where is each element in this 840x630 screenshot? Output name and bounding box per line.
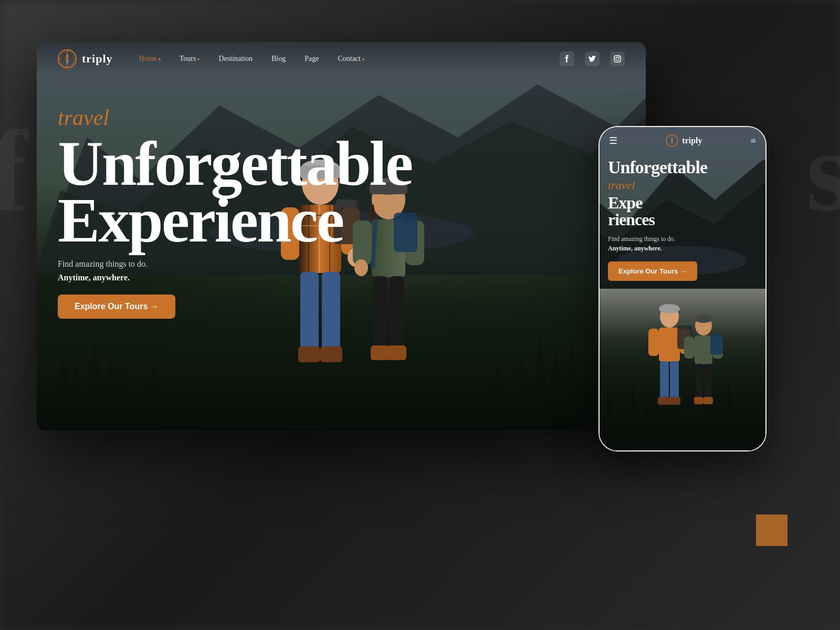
svg-point-55 xyxy=(66,58,68,60)
mobile-logo-text: triply xyxy=(682,136,702,145)
mobile-mockup: ☰ triply ≡ Unforgettable travel Experien… xyxy=(598,126,766,452)
desktop-sub-line2: Anytime, anywhere. xyxy=(58,273,130,282)
mobile-logo-icon xyxy=(666,134,678,147)
mobile-logo[interactable]: triply xyxy=(666,134,702,147)
mobile-sub-line1: Find amazing things to do. xyxy=(608,235,675,243)
svg-rect-82 xyxy=(660,361,669,401)
svg-rect-85 xyxy=(669,397,680,405)
nav-link-home[interactable]: Home xyxy=(139,55,161,63)
svg-rect-92 xyxy=(696,364,703,401)
svg-rect-89 xyxy=(695,335,712,364)
svg-rect-95 xyxy=(704,397,713,404)
desktop-navbar: triply Home Tours Destination Blog Page … xyxy=(37,42,646,76)
nav-dot-tours xyxy=(197,58,200,60)
nav-link-page[interactable]: Page xyxy=(304,55,319,63)
mobile-title-line2: Experiences xyxy=(608,193,655,229)
nav-dot-contact xyxy=(362,58,364,60)
svg-rect-79 xyxy=(659,328,680,362)
desktop-sub-line1: Find amazing things to do. xyxy=(58,259,148,268)
hero-main-title: Unforgettable Experience xyxy=(58,135,412,249)
svg-rect-47 xyxy=(371,345,390,360)
mobile-hero-sub: Find amazing things to do. Anytime, anyw… xyxy=(608,234,757,253)
facebook-icon[interactable] xyxy=(560,51,574,66)
nav-link-tours[interactable]: Tours xyxy=(180,55,200,63)
svg-point-78 xyxy=(659,304,680,313)
hero-title-line2: Experience xyxy=(58,192,412,249)
logo-compass-icon xyxy=(58,49,77,68)
nav-links: Home Tours Destination Blog Page Contact xyxy=(139,55,560,63)
nav-link-contact[interactable]: Contact xyxy=(338,55,364,63)
mobile-hero-title-line2: Experiences xyxy=(608,194,757,228)
mobile-explore-button[interactable]: Explore Our Tours → xyxy=(608,261,697,281)
svg-rect-34 xyxy=(298,346,320,362)
desktop-sub-text: Find amazing things to do. Anytime, anyw… xyxy=(58,257,412,284)
mobile-hero-content: Unforgettable travel Experiences Find am… xyxy=(608,159,757,281)
mobile-hero-title: Unforgettable xyxy=(608,159,757,176)
svg-rect-48 xyxy=(387,345,406,360)
nav-link-destination[interactable]: Destination xyxy=(218,55,253,63)
svg-point-61 xyxy=(616,57,619,60)
mobile-navbar: ☰ triply ≡ xyxy=(600,127,765,154)
svg-rect-35 xyxy=(320,346,342,362)
svg-rect-84 xyxy=(658,397,669,405)
twitter-icon[interactable] xyxy=(585,51,600,66)
mobile-travel-script: travel xyxy=(608,178,757,192)
desktop-mockup: triply Home Tours Destination Blog Page … xyxy=(37,42,646,430)
nav-active-dot xyxy=(159,58,161,60)
mobile-more-icon[interactable]: ≡ xyxy=(751,135,756,146)
svg-point-88 xyxy=(694,314,713,323)
svg-rect-90 xyxy=(684,337,695,359)
instagram-icon[interactable] xyxy=(610,51,625,66)
mobile-menu-icon[interactable]: ☰ xyxy=(609,135,617,146)
svg-rect-94 xyxy=(694,397,704,404)
svg-rect-96 xyxy=(710,334,723,355)
bg-text-left: f xyxy=(0,105,28,238)
mobile-title-line1: Unforgettable xyxy=(608,158,707,177)
mobile-people-figure xyxy=(630,293,735,450)
nav-social xyxy=(560,51,625,66)
svg-point-100 xyxy=(671,140,673,142)
desktop-hero-content: travel Unforgettable Experience Find ama… xyxy=(58,105,412,319)
hero-script-text: travel xyxy=(58,105,412,130)
svg-rect-83 xyxy=(670,361,679,401)
desktop-explore-button[interactable]: Explore Our Tours → xyxy=(58,295,175,319)
svg-rect-80 xyxy=(648,329,659,356)
svg-rect-93 xyxy=(704,364,711,401)
svg-point-62 xyxy=(619,57,620,58)
nav-link-blog[interactable]: Blog xyxy=(271,55,286,63)
mobile-sub-line2: Anytime, anywhere. xyxy=(608,244,757,253)
logo-text: triply xyxy=(82,52,113,66)
orange-accent-block xyxy=(756,514,788,546)
svg-rect-60 xyxy=(614,56,621,62)
nav-logo[interactable]: triply xyxy=(58,49,113,68)
bg-text-right: s xyxy=(805,105,840,238)
